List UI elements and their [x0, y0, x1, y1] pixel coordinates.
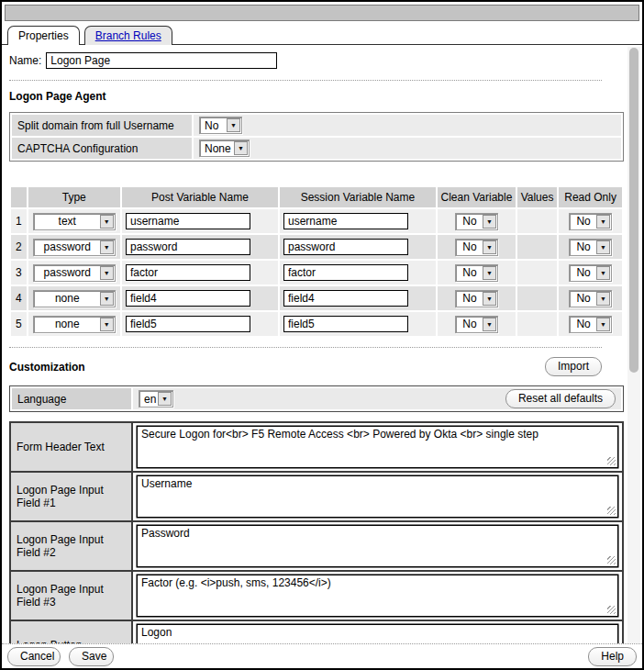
input-field-2-label: Logon Page Input Field #2 — [10, 521, 132, 571]
read-only-select-2[interactable]: No ▼ — [569, 239, 612, 256]
tab-branch-rules[interactable]: Branch Rules — [84, 26, 172, 45]
field-row-2: 2 password ▼ No — [11, 235, 622, 259]
read-only-select-1[interactable]: No ▼ — [569, 213, 612, 230]
dropdown-arrow-icon: ▼ — [100, 266, 114, 280]
type-select-1[interactable]: text ▼ — [33, 213, 116, 230]
dropdown-arrow-icon: ▼ — [483, 292, 496, 306]
language-label: Language — [12, 388, 131, 409]
values-cell — [517, 235, 557, 259]
read-only-select-3[interactable]: No ▼ — [569, 264, 612, 282]
type-select-2[interactable]: password ▼ — [33, 239, 116, 256]
tab-properties[interactable]: Properties — [7, 26, 80, 45]
type-select-3[interactable]: password ▼ — [33, 264, 116, 282]
values-cell — [517, 286, 557, 310]
dropdown-arrow-icon: ▼ — [596, 215, 610, 229]
post-variable-input-4[interactable] — [126, 290, 250, 307]
split-domain-cell: No ▼ — [194, 115, 621, 136]
custom-row-logon-button: Logon Button Logon — [10, 620, 623, 646]
captcha-cell: None ▼ — [194, 138, 621, 159]
col-session-variable: Session Variable Name — [280, 187, 436, 207]
custom-row-input-field-1: Logon Page Input Field #1 Username — [10, 472, 623, 521]
session-variable-input-5[interactable] — [283, 316, 408, 332]
dropdown-arrow-icon: ▼ — [596, 266, 610, 280]
separator — [9, 347, 602, 348]
dialog-scroll-area: Name: Logon Page Agent Split domain from… — [2, 45, 642, 646]
clean-variable-select-1[interactable]: No ▼ — [455, 213, 498, 230]
read-only-select-5[interactable]: No ▼ — [569, 316, 612, 333]
cancel-button[interactable]: Cancel — [7, 647, 61, 666]
row-number: 4 — [11, 286, 27, 310]
session-variable-input-2[interactable] — [283, 239, 408, 255]
separator — [9, 80, 602, 81]
dropdown-arrow-icon: ▼ — [227, 118, 240, 132]
session-variable-input-1[interactable] — [283, 213, 408, 229]
dropdown-arrow-icon: ▼ — [596, 318, 610, 331]
values-cell — [517, 209, 557, 233]
input-field-1-textarea[interactable]: Username — [137, 475, 618, 518]
help-button[interactable]: Help — [588, 647, 637, 666]
clean-variable-select-4[interactable]: No ▼ — [455, 290, 498, 307]
dropdown-arrow-icon: ▼ — [596, 240, 610, 254]
name-row: Name: — [9, 52, 602, 69]
language-select[interactable]: en ▼ — [139, 390, 173, 408]
dropdown-arrow-icon: ▼ — [100, 292, 114, 306]
captcha-label: CAPTCHA Configuration — [12, 138, 192, 159]
captcha-select[interactable]: None ▼ — [199, 140, 250, 157]
save-button[interactable]: Save — [69, 647, 114, 666]
dropdown-arrow-icon: ▼ — [483, 318, 496, 331]
agent-row-captcha: CAPTCHA Configuration None ▼ — [12, 138, 621, 159]
read-only-select-4[interactable]: No ▼ — [569, 290, 612, 307]
name-input[interactable] — [46, 52, 277, 69]
field-row-1: 1 text ▼ No — [11, 209, 622, 233]
col-values: Values — [517, 187, 557, 207]
field-row-4: 4 none ▼ No — [11, 286, 622, 310]
vertical-scrollbar[interactable] — [627, 47, 640, 643]
dropdown-arrow-icon: ▼ — [158, 392, 172, 406]
clean-variable-select-3[interactable]: No ▼ — [455, 264, 498, 282]
custom-row-input-field-2: Logon Page Input Field #2 Password — [10, 521, 623, 571]
language-table: Language en ▼ Reset all defaults — [9, 385, 624, 412]
session-variable-input-4[interactable] — [283, 290, 408, 307]
values-cell — [517, 312, 557, 336]
window-title-bar — [5, 5, 639, 21]
custom-row-input-field-3: Logon Page Input Field #3 Factor (e.g. <… — [10, 571, 623, 620]
scrollbar-thumb[interactable] — [629, 48, 638, 373]
import-button[interactable]: Import — [545, 357, 602, 376]
session-variable-input-3[interactable] — [283, 264, 408, 281]
post-variable-input-5[interactable] — [126, 316, 250, 332]
form-header-text-textarea[interactable]: Secure Logon for<br> F5 Remote Access <b… — [137, 426, 618, 468]
dropdown-arrow-icon: ▼ — [100, 240, 114, 254]
logon-fields-table: Type Post Variable Name Session Variable… — [9, 185, 624, 338]
clean-variable-select-2[interactable]: No ▼ — [455, 239, 498, 256]
type-select-5[interactable]: none ▼ — [33, 316, 116, 333]
col-read-only: Read Only — [559, 187, 622, 207]
dropdown-arrow-icon: ▼ — [100, 215, 114, 229]
clean-variable-select-5[interactable]: No ▼ — [455, 316, 498, 333]
col-post-variable: Post Variable Name — [122, 187, 278, 207]
row-number: 5 — [11, 312, 27, 336]
form-header-text-label: Form Header Text — [10, 422, 132, 472]
input-field-1-label: Logon Page Input Field #1 — [10, 472, 132, 521]
dropdown-arrow-icon: ▼ — [100, 318, 114, 331]
fields-header-row: Type Post Variable Name Session Variable… — [11, 187, 622, 207]
logon-button-label: Logon Button — [10, 620, 132, 646]
type-select-4[interactable]: none ▼ — [33, 290, 116, 307]
reset-all-defaults-button[interactable]: Reset all defaults — [505, 389, 616, 408]
input-field-2-textarea[interactable]: Password — [137, 525, 618, 567]
customization-text-table: Form Header Text Secure Logon for<br> F5… — [9, 421, 624, 646]
post-variable-input-2[interactable] — [126, 239, 250, 255]
col-row-number — [11, 187, 27, 207]
input-field-3-textarea[interactable]: Factor (e.g. <i>push, sms, 123456</i>) — [137, 575, 618, 617]
field-row-3: 3 password ▼ No — [11, 261, 622, 285]
tab-properties-label: Properties — [18, 29, 69, 42]
custom-row-form-header: Form Header Text Secure Logon for<br> F5… — [10, 422, 623, 472]
field-row-5: 5 none ▼ No — [11, 312, 622, 336]
row-number: 1 — [11, 209, 27, 233]
customization-heading: Customization — [9, 361, 85, 374]
split-domain-select[interactable]: No ▼ — [199, 117, 242, 134]
logon-page-agent-heading: Logon Page Agent — [9, 90, 602, 103]
post-variable-input-3[interactable] — [126, 264, 250, 281]
post-variable-input-1[interactable] — [126, 213, 250, 229]
dropdown-arrow-icon: ▼ — [596, 292, 610, 306]
tab-branch-rules-label: Branch Rules — [95, 29, 161, 42]
